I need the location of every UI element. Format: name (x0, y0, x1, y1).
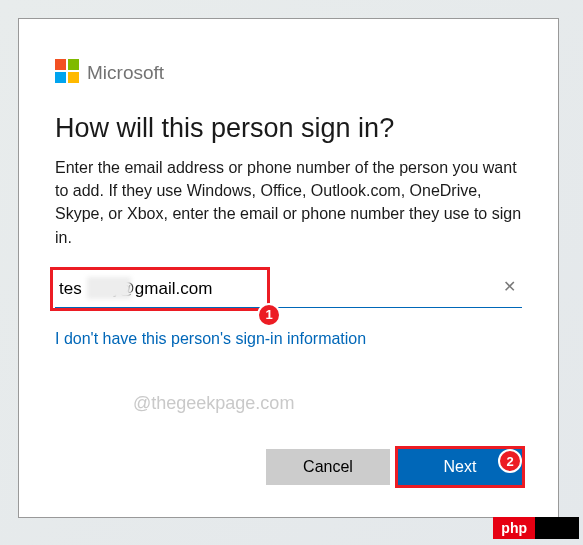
svg-rect-3 (68, 72, 79, 83)
brand-label: Microsoft (87, 62, 164, 84)
svg-rect-2 (55, 72, 66, 83)
no-signin-info-link[interactable]: I don't have this person's sign-in infor… (55, 330, 366, 348)
email-input[interactable] (55, 271, 522, 308)
cancel-button[interactable]: Cancel (266, 449, 390, 485)
dialog-button-row: Cancel Next (266, 449, 522, 485)
dialog-heading: How will this person sign in? (55, 113, 522, 144)
add-user-dialog: Microsoft How will this person sign in? … (18, 18, 559, 518)
microsoft-logo-icon (55, 59, 79, 87)
svg-rect-0 (55, 59, 66, 70)
source-badge: php (493, 517, 579, 539)
watermark-text: @thegeekpage.com (133, 393, 294, 414)
email-field-container: ✕ 1 (55, 271, 522, 308)
source-badge-label: php (493, 517, 535, 539)
clear-input-icon[interactable]: ✕ (503, 277, 516, 296)
brand-row: Microsoft (55, 59, 522, 87)
next-button[interactable]: Next (398, 449, 522, 485)
dialog-description: Enter the email address or phone number … (55, 156, 522, 249)
svg-rect-1 (68, 59, 79, 70)
source-badge-tail (535, 517, 579, 539)
